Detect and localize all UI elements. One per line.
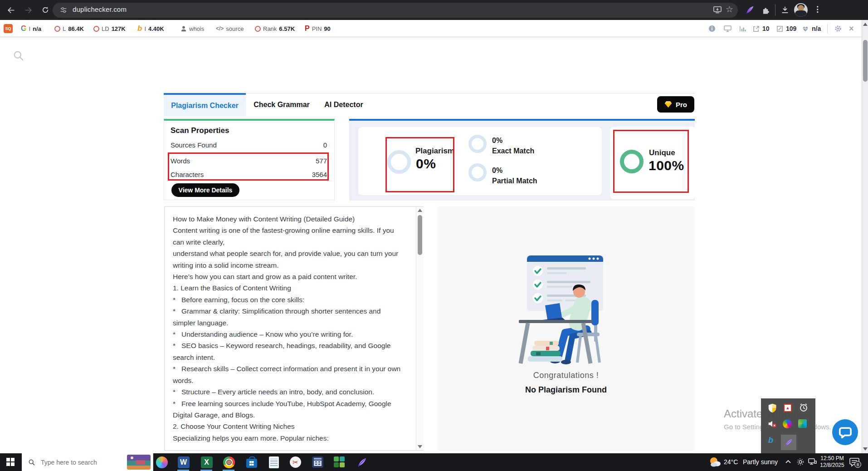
search-icon — [28, 459, 35, 466]
search-highlight-icon[interactable] — [127, 455, 151, 470]
system-tray-popup: ▲ b — [761, 398, 815, 453]
taskbar-search[interactable] — [22, 453, 153, 471]
tab-check-grammar[interactable]: Check Grammar — [252, 93, 311, 116]
external-links-count: 10 — [762, 25, 770, 32]
info-icon[interactable] — [708, 20, 716, 37]
taskbar-green-app-icon[interactable] — [333, 456, 346, 468]
taskbar-chrome-icon[interactable] — [223, 456, 235, 468]
seo-stat-value: 127K — [112, 25, 126, 32]
seo-stat-google-index[interactable]: G I n/a — [21, 20, 41, 37]
seo-source-link[interactable]: </> source — [216, 20, 244, 37]
display-icon[interactable] — [724, 20, 731, 37]
seo-stat-bing-index[interactable]: b I 4.40K — [137, 20, 164, 37]
tab-ai-detector[interactable]: AI Detector — [317, 93, 371, 116]
scroll-up-icon[interactable] — [863, 23, 868, 26]
seo-stat-link-domains[interactable]: LD 127K — [93, 20, 126, 37]
scroll-down-icon[interactable] — [863, 447, 868, 451]
weather-icon[interactable] — [708, 456, 722, 468]
weather-description[interactable]: Partly sunny — [743, 458, 778, 466]
install-icon[interactable] — [713, 6, 722, 14]
view-more-details-button[interactable]: View More Details — [171, 183, 239, 197]
screen: duplichecker.com ☆ ⋮ SQ G I n/a L 86.4K — [0, 0, 868, 471]
open-app-indicator — [200, 470, 212, 471]
exact-match-value: 0% — [492, 137, 502, 145]
feather-tray-icon[interactable] — [781, 435, 796, 450]
defender-shield-icon[interactable] — [767, 403, 777, 413]
document-text-area[interactable]: How to Make Money with Content Writing (… — [164, 206, 424, 451]
chart-icon[interactable] — [739, 20, 746, 37]
ring-icon — [93, 26, 99, 32]
scrollbar-thumb[interactable] — [418, 215, 422, 255]
scroll-up-icon[interactable] — [418, 209, 422, 212]
seo-stat-links[interactable]: L 86.4K — [54, 20, 84, 37]
taskbar-excel-icon[interactable]: X — [200, 456, 213, 468]
seoquake-logo[interactable]: SQ — [4, 20, 13, 37]
date-text: 12/8/2025 — [819, 462, 845, 469]
downloads-icon[interactable] — [780, 5, 790, 15]
taskbar-calculator-icon[interactable] — [312, 456, 324, 468]
page-search-icon[interactable] — [13, 50, 24, 62]
taskbar-feather-app-icon[interactable] — [356, 456, 368, 468]
start-button[interactable] — [6, 458, 15, 466]
seo-stat-label: Rank — [263, 25, 277, 32]
seo-stat-label: PIN — [312, 25, 322, 32]
scrollbar-thumb[interactable] — [863, 40, 868, 82]
page-scrollbar[interactable] — [862, 20, 868, 453]
back-icon[interactable] — [5, 4, 17, 16]
seo-settings-gear-icon[interactable] — [834, 20, 842, 37]
document-text-line: * Grammar & clarity: Simplification thro… — [173, 305, 409, 317]
edit-stat[interactable]: 109 — [776, 20, 796, 37]
open-app-indicator — [177, 470, 189, 471]
pro-button[interactable]: Pro — [657, 96, 694, 113]
seo-whois-link[interactable]: whois — [180, 20, 204, 37]
document-text-line: Specializing helps you earn more. Popula… — [173, 432, 409, 444]
document-text-line: 2. Choose Your Content Writing Niches — [173, 421, 409, 432]
bookmark-star-icon[interactable]: ☆ — [726, 4, 733, 15]
document-text-line: Digital Garage, and Blogs. — [173, 409, 409, 421]
health-stat[interactable]: n/a — [802, 20, 821, 37]
bing-tray-icon[interactable]: b — [768, 436, 773, 445]
network-icon[interactable] — [808, 458, 817, 466]
seo-toolbar: SQ G I n/a L 86.4K LD 127K b I 4.40K who… — [0, 20, 862, 37]
feather-extension-icon[interactable] — [745, 5, 755, 15]
forward-icon[interactable] — [22, 4, 34, 16]
results-panel: Plagiarism 0% 0% Exact Match 0% Partial … — [349, 119, 695, 201]
tray-sun-icon[interactable] — [796, 458, 805, 466]
taskbar-notepad-icon[interactable] — [268, 456, 280, 468]
external-links-stat[interactable]: 10 — [753, 20, 770, 37]
muted-speaker-icon[interactable] — [767, 419, 777, 428]
scroll-down-icon[interactable] — [418, 445, 422, 448]
green-app-tray-icon[interactable] — [798, 419, 807, 428]
alarm-clock-icon[interactable] — [799, 403, 808, 412]
search-input[interactable] — [40, 458, 112, 466]
colorful-app-tray-icon[interactable] — [783, 419, 792, 428]
url-text[interactable]: duplichecker.com — [73, 5, 127, 13]
refresh-icon[interactable] — [39, 4, 52, 16]
taskbar-word-icon[interactable]: W — [177, 456, 190, 468]
extensions-puzzle-icon[interactable] — [761, 6, 770, 15]
profile-avatar[interactable] — [794, 3, 808, 17]
weather-temperature[interactable]: 24°C — [724, 458, 738, 466]
document-text-line: simpler language. — [173, 317, 409, 329]
words-value: 577 — [316, 157, 327, 165]
tray-chevron-icon[interactable] — [785, 459, 791, 464]
taskbar-copilot-icon[interactable] — [156, 456, 168, 468]
live-chat-button[interactable] — [832, 419, 858, 445]
red-app-tray-icon[interactable]: ▲ — [784, 404, 792, 412]
seo-close-icon[interactable]: × — [849, 20, 854, 37]
site-settings-icon[interactable] — [59, 6, 68, 14]
taskbar-store-icon[interactable] — [245, 456, 258, 468]
document-scrollbar[interactable] — [416, 207, 424, 450]
document-text-line: * Understanding audience – Know who you’… — [173, 329, 409, 340]
tab-plagiarism-checker[interactable]: Plagiarism Checker — [164, 93, 246, 116]
seo-stat-label: whois — [189, 25, 204, 32]
taskbar-snipping-tool-icon[interactable]: ✂ — [289, 456, 302, 468]
seo-stat-pinterest[interactable]: P PIN 90 — [305, 20, 331, 37]
ring-icon — [255, 26, 261, 32]
address-bar[interactable] — [53, 3, 738, 18]
taskbar-clock[interactable]: 12:50 PM 12/8/2025 — [819, 455, 845, 469]
seo-stat-value: 86.4K — [68, 25, 84, 32]
browser-menu-icon[interactable]: ⋮ — [814, 5, 821, 14]
seo-stat-rank[interactable]: Rank 6.57K — [255, 20, 295, 37]
document-text-line: Here’s how you can start and grow as a p… — [173, 271, 409, 282]
